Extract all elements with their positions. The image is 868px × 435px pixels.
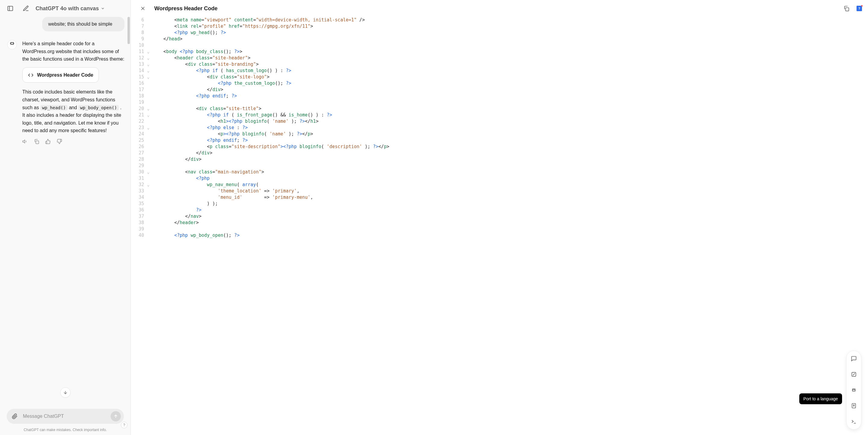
code-line[interactable]: 21⌄ <?php if ( is_front_page() && is_hom… <box>131 112 868 118</box>
fix-button[interactable] <box>850 386 858 394</box>
line-number: 13 <box>131 61 146 67</box>
edit-button[interactable] <box>850 371 858 378</box>
sidebar-scrollbar[interactable] <box>127 17 130 399</box>
code-source: <meta name="viewport" content="width=dev… <box>151 17 868 23</box>
code-line[interactable]: 12⌄ <header class="site-header"> <box>131 55 868 61</box>
line-number: 36 <box>131 207 146 213</box>
close-canvas-button[interactable] <box>137 2 149 14</box>
code-line[interactable]: 11⌄ <body <?php body_class(); ?>> <box>131 49 868 55</box>
fold-toggle <box>146 188 151 194</box>
copy-canvas-button[interactable] <box>840 2 852 14</box>
help-button[interactable]: ? <box>121 422 127 428</box>
fold-toggle <box>146 144 151 150</box>
paperclip-icon <box>12 413 18 419</box>
new-chat-button[interactable] <box>20 2 32 14</box>
canvas-document-chip[interactable]: Wordpress Header Code <box>22 67 99 83</box>
code-line[interactable]: 29 <box>131 163 868 169</box>
fold-toggle <box>146 163 151 169</box>
code-line[interactable]: 20⌄ <div class="site-title"> <box>131 106 868 112</box>
code-line[interactable]: 8 <?php wp_head(); ?> <box>131 30 868 36</box>
read-aloud-button[interactable] <box>22 139 28 144</box>
fold-toggle[interactable]: ⌄ <box>146 55 151 61</box>
disclaimer-text: ChatGPT can make mistakes. Check importa… <box>0 426 130 435</box>
port-language-button[interactable] <box>850 402 858 409</box>
code-line[interactable]: 14⌄ <?php if ( has_custom_logo() ) : ?> <box>131 67 868 74</box>
code-line[interactable]: 18 <?php endif; ?> <box>131 93 868 99</box>
code-line[interactable]: 36 ?> <box>131 207 868 213</box>
comment-button[interactable] <box>850 355 858 362</box>
code-source <box>151 99 868 106</box>
inline-code-1: wp_head() <box>40 105 68 110</box>
line-number: 23 <box>131 124 146 131</box>
line-number: 8 <box>131 30 146 36</box>
code-line[interactable]: 19 <box>131 99 868 106</box>
code-line[interactable]: 9 </head> <box>131 36 868 42</box>
edit-icon <box>851 371 857 377</box>
code-line[interactable]: 10 <box>131 42 868 49</box>
code-line[interactable]: 15⌄ <div class="site-logo"> <box>131 74 868 80</box>
scroll-to-bottom-button[interactable] <box>60 387 70 398</box>
fold-toggle[interactable]: ⌄ <box>146 67 151 74</box>
code-line[interactable]: 17 </div> <box>131 87 868 93</box>
line-number: 18 <box>131 93 146 99</box>
code-line[interactable]: 23⌄ <?php else : ?> <box>131 124 868 131</box>
code-line[interactable]: 33 'theme_location' => 'primary', <box>131 188 868 194</box>
code-line[interactable]: 27 </div> <box>131 150 868 156</box>
code-line[interactable]: 31 <?php <box>131 175 868 182</box>
code-source: <nav class="main-navigation"> <box>151 169 868 175</box>
code-line[interactable]: 28 </div> <box>131 156 868 163</box>
code-line[interactable]: 24 <p><?php bloginfo( 'name' ); ?></p> <box>131 131 868 137</box>
fold-toggle[interactable]: ⌄ <box>146 169 151 175</box>
code-line[interactable]: 30⌄ <nav class="main-navigation"> <box>131 169 868 175</box>
fold-toggle <box>146 213 151 220</box>
code-line[interactable]: 22 <h1><?php bloginfo( 'name' ); ?></h1> <box>131 118 868 124</box>
arrow-down-icon <box>63 390 68 395</box>
svg-point-13 <box>854 389 855 390</box>
composer <box>7 409 124 424</box>
code-line[interactable]: 37 </nav> <box>131 213 868 220</box>
fold-toggle[interactable]: ⌄ <box>146 106 151 112</box>
code-line[interactable]: 7 <link rel="profile" href="https://gmpg… <box>131 23 868 30</box>
fold-toggle <box>146 118 151 124</box>
code-line[interactable]: 39 <box>131 226 868 232</box>
notification-badge[interactable]: ? <box>857 6 862 11</box>
message-input[interactable] <box>23 413 107 419</box>
terminal-button[interactable] <box>850 418 858 425</box>
code-line[interactable]: 13⌄ <div class="site-branding"> <box>131 61 868 67</box>
fold-toggle[interactable]: ⌄ <box>146 112 151 118</box>
thumbs-down-button[interactable] <box>57 139 62 144</box>
code-source: </div> <box>151 156 868 163</box>
code-line[interactable]: 26 <p class="site-description"><?php blo… <box>131 144 868 150</box>
line-number: 17 <box>131 87 146 93</box>
code-editor[interactable]: 6 <meta name="viewport" content="width=d… <box>131 17 868 435</box>
thumbs-up-button[interactable] <box>45 139 51 144</box>
code-source: <div class="site-title"> <box>151 106 868 112</box>
fold-toggle[interactable]: ⌄ <box>146 49 151 55</box>
svg-rect-0 <box>8 6 13 11</box>
fold-toggle <box>146 93 151 99</box>
code-line[interactable]: 38 </header> <box>131 220 868 226</box>
line-number: 34 <box>131 194 146 201</box>
code-line[interactable]: 35 ) ); <box>131 201 868 207</box>
attach-button[interactable] <box>10 411 20 422</box>
fold-toggle[interactable]: ⌄ <box>146 124 151 131</box>
line-number: 27 <box>131 150 146 156</box>
code-line[interactable]: 16 <?php the_custom_logo(); ?> <box>131 80 868 87</box>
fold-toggle[interactable]: ⌄ <box>146 182 151 188</box>
fold-toggle[interactable]: ⌄ <box>146 61 151 67</box>
send-button[interactable] <box>111 411 121 422</box>
code-line[interactable]: 25 <?php endif; ?> <box>131 137 868 144</box>
model-picker[interactable]: ChatGPT 4o with canvas <box>36 5 105 12</box>
scrollbar-thumb[interactable] <box>127 17 130 44</box>
copy-button[interactable] <box>34 139 39 144</box>
fold-toggle <box>146 150 151 156</box>
code-line[interactable]: 34 'menu_id' => 'primary-menu', <box>131 194 868 201</box>
code-line[interactable]: 40 <?php wp_body_open(); ?> <box>131 232 868 239</box>
fold-toggle[interactable]: ⌄ <box>146 74 151 80</box>
arrow-up-icon <box>113 414 118 419</box>
code-line[interactable]: 6 <meta name="viewport" content="width=d… <box>131 17 868 23</box>
conversation-scroll[interactable]: website; this should be simple Here's a … <box>0 17 130 409</box>
toggle-sidebar-button[interactable] <box>4 2 16 14</box>
code-line[interactable]: 32⌄ wp_nav_menu( array( <box>131 182 868 188</box>
line-number: 24 <box>131 131 146 137</box>
